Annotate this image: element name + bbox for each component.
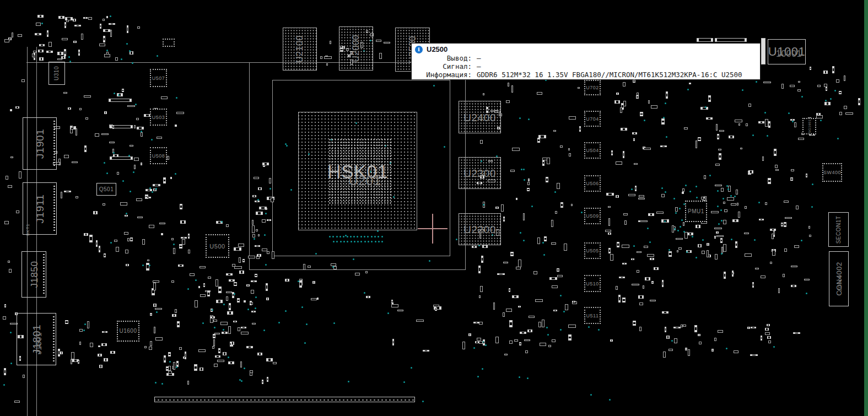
passive bbox=[134, 158, 139, 161]
passive bbox=[605, 230, 611, 232]
component-U2400[interactable]: U2400 bbox=[459, 101, 501, 133]
component-J1850[interactable]: J1850 bbox=[21, 251, 46, 298]
passive bbox=[161, 96, 168, 99]
component-U504[interactable]: U504 bbox=[584, 142, 601, 159]
passive bbox=[12, 33, 13, 37]
component-J1901[interactable]: J1901 bbox=[23, 117, 57, 170]
component-U310[interactable]: U310 bbox=[48, 62, 65, 85]
via bbox=[175, 173, 176, 175]
passive bbox=[181, 237, 187, 239]
passive bbox=[106, 16, 108, 18]
passive bbox=[796, 206, 799, 209]
via bbox=[689, 191, 691, 192]
component-U506[interactable]: U506 bbox=[584, 175, 601, 192]
component-label: J1901 bbox=[35, 128, 45, 158]
passive bbox=[732, 271, 734, 277]
passive bbox=[547, 158, 550, 164]
component-HSK01[interactable]: HSK01U201 bbox=[298, 112, 417, 230]
via bbox=[152, 191, 153, 193]
via bbox=[717, 190, 719, 192]
component-U509[interactable]: U509 bbox=[584, 208, 601, 224]
boardview-canvas[interactable]: HSK01U201U2100U2000U2500U2400U2300U2200J… bbox=[0, 0, 868, 416]
passive bbox=[735, 241, 737, 248]
passive bbox=[529, 316, 535, 318]
component-label: Q501 bbox=[99, 187, 114, 192]
component-U2200[interactable]: U2200 bbox=[459, 213, 501, 245]
via-row-dot bbox=[333, 241, 335, 242]
passive bbox=[211, 316, 215, 318]
passive bbox=[234, 282, 237, 286]
via bbox=[687, 89, 689, 90]
via-row-dot bbox=[378, 241, 380, 242]
passive bbox=[479, 322, 483, 325]
passive bbox=[252, 323, 256, 325]
passive bbox=[544, 236, 547, 241]
component-U2300[interactable]: U2300 bbox=[459, 157, 501, 189]
passive bbox=[623, 213, 628, 215]
passive bbox=[78, 50, 80, 56]
tooltip-row-signal: Сигнал: — bbox=[412, 62, 760, 71]
component-U702[interactable]: U702 bbox=[584, 80, 601, 95]
passive bbox=[104, 253, 106, 257]
passive bbox=[762, 156, 764, 161]
component-U510[interactable]: U510 bbox=[584, 275, 601, 292]
component-U1600[interactable]: U1600 bbox=[117, 321, 139, 342]
component-U2100[interactable]: U2100 bbox=[283, 28, 317, 71]
passive bbox=[745, 206, 747, 209]
passive bbox=[64, 49, 66, 56]
passive bbox=[482, 245, 488, 248]
passive bbox=[555, 211, 557, 214]
passive bbox=[608, 233, 611, 235]
component-SW400[interactable]: SW400 bbox=[822, 163, 842, 182]
component-J1801[interactable]: J1801J1501 bbox=[17, 313, 56, 365]
via bbox=[141, 131, 142, 132]
via bbox=[10, 363, 12, 364]
passive bbox=[719, 153, 721, 160]
passive bbox=[237, 298, 240, 302]
component-U500[interactable]: U500 bbox=[206, 234, 229, 258]
passive bbox=[503, 262, 508, 263]
component-U508[interactable]: U508 bbox=[150, 147, 167, 164]
via bbox=[726, 348, 727, 349]
component-U505[interactable]: U505 bbox=[584, 242, 601, 259]
component-U507[interactable]: U507 bbox=[150, 69, 167, 87]
passive bbox=[392, 339, 394, 345]
component-U2000[interactable]: U2000 bbox=[339, 26, 373, 71]
passive bbox=[238, 327, 240, 331]
component-U704[interactable]: U704 bbox=[584, 111, 601, 127]
component-U511[interactable]: U511 bbox=[584, 307, 601, 324]
component-Q501[interactable]: Q501 bbox=[96, 183, 116, 196]
passive bbox=[763, 82, 771, 83]
passive bbox=[333, 266, 337, 269]
component-U503[interactable]: U503 bbox=[150, 109, 167, 126]
passive bbox=[516, 267, 521, 269]
passive bbox=[839, 91, 842, 94]
via bbox=[560, 295, 562, 296]
passive bbox=[798, 138, 804, 140]
passive bbox=[214, 364, 218, 367]
passive bbox=[76, 128, 77, 136]
tooltip-row-info: Информация: GDDR6 512M*32 16 1.35V FBGA1… bbox=[412, 71, 760, 79]
passive bbox=[650, 258, 654, 260]
passive bbox=[506, 309, 512, 312]
passive bbox=[33, 51, 36, 53]
passive bbox=[783, 274, 785, 277]
via bbox=[811, 206, 813, 208]
component-PMU1[interactable]: PMU1 bbox=[685, 201, 707, 222]
component-SECON1T[interactable]: SECON1T bbox=[828, 212, 849, 247]
passive bbox=[435, 307, 437, 311]
component-CON4002[interactable]: CON4002ED400 bbox=[829, 251, 849, 306]
component-BKT1[interactable]: BKT1 bbox=[24, 222, 32, 237]
passive bbox=[738, 123, 740, 126]
component-SG1901[interactable]: SG1901 bbox=[802, 118, 816, 134]
passive bbox=[207, 291, 210, 296]
passive bbox=[569, 153, 571, 156]
component-U1001[interactable]: U100110001 bbox=[768, 39, 806, 64]
passive bbox=[509, 341, 513, 344]
via bbox=[834, 90, 836, 91]
passive bbox=[637, 270, 639, 273]
via-row-dot bbox=[347, 236, 348, 237]
passive bbox=[256, 229, 258, 231]
component-goldfinger-strip bbox=[154, 397, 415, 402]
component-small-ic-1[interactable] bbox=[163, 39, 175, 47]
